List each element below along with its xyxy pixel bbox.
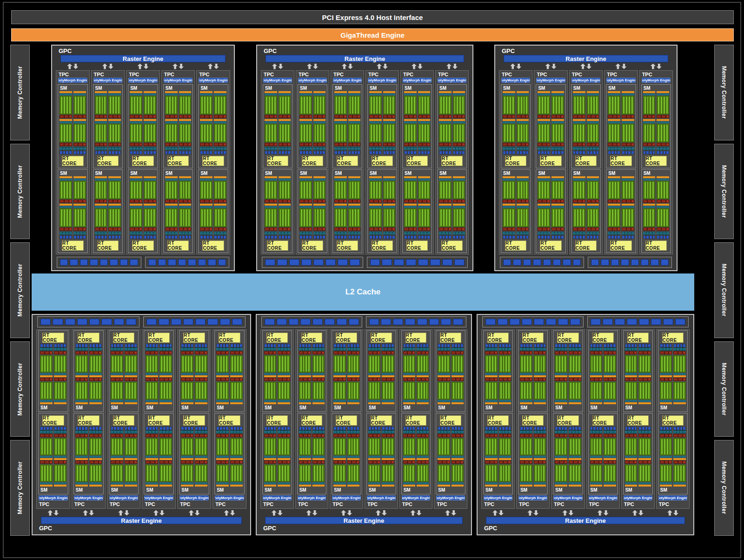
sm-box: SMRT CORE <box>298 169 327 253</box>
red-segment <box>458 115 461 118</box>
load-store-red-bar <box>299 378 311 381</box>
tex-segment <box>663 431 666 433</box>
core-stripe <box>456 466 457 481</box>
tex-segment <box>573 147 576 150</box>
core-stripe <box>392 182 394 199</box>
core-stripe <box>574 209 576 226</box>
cuda-core-block <box>517 181 529 200</box>
load-store-red-bar <box>452 351 464 354</box>
core-stripe <box>376 125 378 141</box>
tex-segment <box>60 147 62 150</box>
core-stripe <box>153 466 154 481</box>
scheduler-orange-bar <box>278 402 290 404</box>
register-teal-bar <box>517 206 529 208</box>
scheduler-orange-bar <box>54 458 66 460</box>
l1-segment <box>569 344 571 347</box>
cuda-core-block <box>418 208 431 227</box>
l1-segment <box>338 236 340 239</box>
red-segment <box>657 143 661 146</box>
register-teal-bar <box>625 400 638 402</box>
red-segment <box>526 200 528 202</box>
l1-segment <box>150 151 153 154</box>
rop-segment <box>53 319 63 325</box>
core-stripe <box>553 97 554 113</box>
tex-segment <box>319 431 322 433</box>
tex-segment <box>337 348 339 350</box>
core-stripe <box>370 466 371 481</box>
core-stripe <box>118 383 119 398</box>
red-segment <box>287 352 290 354</box>
red-segment <box>665 461 669 463</box>
cuda-core-block <box>216 465 229 482</box>
sm-box: RT CORESM <box>297 413 327 495</box>
red-segment <box>539 434 543 437</box>
rop-segment <box>120 259 128 266</box>
red-segment <box>504 352 507 354</box>
sm-label: SM <box>520 487 546 493</box>
l1-segment <box>544 344 546 347</box>
rop-bar <box>37 316 140 327</box>
core-stripe <box>269 125 270 141</box>
scheduler-orange-bar <box>587 91 599 93</box>
scheduler-orange-bar <box>111 402 123 404</box>
l1-cache-row <box>265 235 277 239</box>
tex-segment <box>219 348 222 350</box>
core-stripe <box>104 182 106 199</box>
core-stripe <box>644 182 646 199</box>
core-stripe <box>629 383 631 398</box>
tex-segment <box>526 348 529 350</box>
core-stripe <box>322 466 324 481</box>
red-segment <box>449 200 451 202</box>
red-segment <box>314 200 318 202</box>
arrow-pair <box>400 63 434 70</box>
core-stripe <box>594 356 595 372</box>
load-store-red-bar <box>54 378 66 381</box>
core-stripe <box>96 439 98 454</box>
cuda-core-block <box>347 382 359 399</box>
red-segment <box>379 228 381 230</box>
red-segment <box>409 143 413 146</box>
load-store-red-bar <box>517 143 529 146</box>
sm-partition <box>108 91 121 154</box>
core-stripe <box>266 182 267 199</box>
tex-segment <box>558 348 561 350</box>
load-store-red-bar <box>638 434 651 437</box>
tpc-label: TPC <box>298 71 327 78</box>
core-stripe <box>340 383 342 398</box>
sm-label: SM <box>95 170 121 176</box>
core-stripe <box>339 97 340 113</box>
tex-segment <box>666 147 669 150</box>
core-stripe <box>588 97 590 113</box>
l1-segment <box>526 427 529 430</box>
red-segment <box>503 143 507 146</box>
core-stripe <box>285 439 286 454</box>
tex-segment <box>323 232 326 234</box>
core-stripe <box>153 383 154 398</box>
l1-segment <box>443 236 445 239</box>
red-segment <box>526 228 528 230</box>
tex-segment <box>499 348 502 350</box>
scheduler-orange-bar <box>622 91 634 93</box>
scheduler-orange-bar <box>125 375 137 377</box>
l1-segment <box>573 236 576 239</box>
core-stripe <box>304 125 305 141</box>
red-segment <box>90 352 93 354</box>
red-segment <box>278 352 282 354</box>
l1-segment <box>130 236 133 239</box>
register-teal-bar <box>312 400 325 402</box>
register-teal-bar <box>313 93 326 95</box>
core-stripe <box>524 439 525 454</box>
tex-segment <box>111 348 113 350</box>
raster-tpc-arrows-row <box>36 509 246 516</box>
core-stripe <box>558 125 560 141</box>
l1-segment <box>485 427 488 430</box>
l1-segment <box>58 427 60 430</box>
core-stripe <box>335 383 336 398</box>
core-stripe <box>521 182 522 199</box>
red-segment <box>300 143 304 146</box>
scheduler-orange-bar <box>279 176 291 178</box>
core-stripe <box>372 439 374 454</box>
core-stripe <box>82 439 84 454</box>
red-segment <box>200 228 204 230</box>
register-teal-bar <box>503 206 515 208</box>
